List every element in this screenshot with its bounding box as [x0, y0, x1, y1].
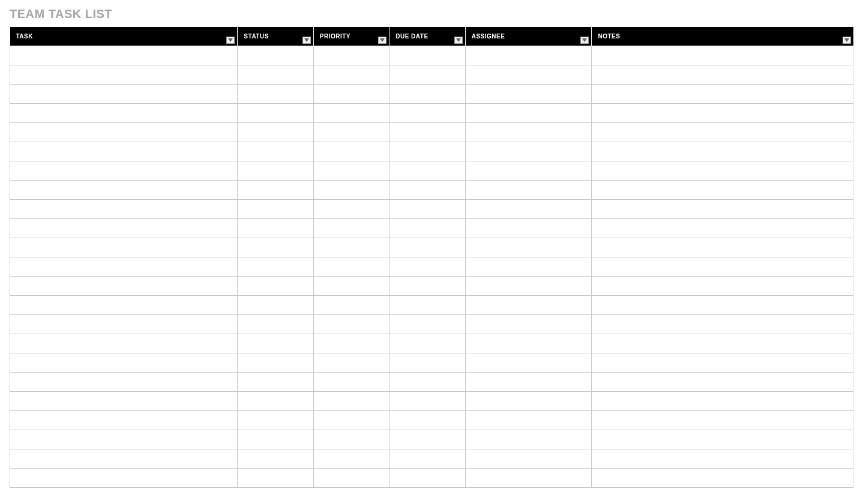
cell-duedate[interactable] — [389, 257, 465, 277]
cell-duedate[interactable] — [389, 104, 465, 123]
cell-status[interactable] — [238, 449, 313, 469]
cell-notes[interactable] — [592, 200, 853, 219]
cell-notes[interactable] — [592, 430, 853, 449]
cell-duedate[interactable] — [389, 469, 465, 488]
column-header-assignee[interactable]: ASSIGNEE — [465, 27, 592, 46]
cell-assignee[interactable] — [465, 257, 592, 277]
cell-priority[interactable] — [313, 277, 389, 296]
cell-duedate[interactable] — [389, 277, 465, 296]
cell-task[interactable] — [10, 65, 238, 85]
cell-assignee[interactable] — [465, 161, 592, 181]
cell-notes[interactable] — [592, 85, 853, 104]
cell-notes[interactable] — [592, 161, 853, 181]
cell-priority[interactable] — [313, 449, 389, 469]
cell-task[interactable] — [10, 277, 238, 296]
cell-assignee[interactable] — [465, 104, 592, 123]
filter-dropdown-icon[interactable] — [580, 37, 589, 44]
cell-notes[interactable] — [592, 296, 853, 315]
cell-priority[interactable] — [313, 469, 389, 488]
cell-duedate[interactable] — [389, 449, 465, 469]
cell-assignee[interactable] — [465, 238, 592, 257]
cell-assignee[interactable] — [465, 65, 592, 85]
cell-status[interactable] — [238, 315, 313, 334]
cell-assignee[interactable] — [465, 296, 592, 315]
cell-notes[interactable] — [592, 238, 853, 257]
cell-notes[interactable] — [592, 334, 853, 353]
cell-status[interactable] — [238, 334, 313, 353]
cell-duedate[interactable] — [389, 161, 465, 181]
cell-duedate[interactable] — [389, 200, 465, 219]
column-header-priority[interactable]: PRIORITY — [313, 27, 389, 46]
cell-status[interactable] — [238, 142, 313, 161]
cell-assignee[interactable] — [465, 449, 592, 469]
cell-status[interactable] — [238, 181, 313, 200]
cell-status[interactable] — [238, 161, 313, 181]
cell-priority[interactable] — [313, 315, 389, 334]
cell-status[interactable] — [238, 430, 313, 449]
cell-priority[interactable] — [313, 296, 389, 315]
cell-task[interactable] — [10, 123, 238, 142]
cell-priority[interactable] — [313, 430, 389, 449]
cell-assignee[interactable] — [465, 46, 592, 65]
cell-task[interactable] — [10, 104, 238, 123]
cell-duedate[interactable] — [389, 315, 465, 334]
cell-assignee[interactable] — [465, 219, 592, 238]
cell-notes[interactable] — [592, 353, 853, 373]
cell-priority[interactable] — [313, 219, 389, 238]
cell-priority[interactable] — [313, 373, 389, 392]
cell-duedate[interactable] — [389, 65, 465, 85]
cell-status[interactable] — [238, 373, 313, 392]
cell-priority[interactable] — [313, 65, 389, 85]
cell-duedate[interactable] — [389, 373, 465, 392]
cell-status[interactable] — [238, 469, 313, 488]
cell-assignee[interactable] — [465, 373, 592, 392]
cell-assignee[interactable] — [465, 85, 592, 104]
cell-priority[interactable] — [313, 123, 389, 142]
cell-priority[interactable] — [313, 142, 389, 161]
column-header-duedate[interactable]: DUE DATE — [389, 27, 465, 46]
cell-assignee[interactable] — [465, 353, 592, 373]
filter-dropdown-icon[interactable] — [226, 37, 235, 44]
cell-status[interactable] — [238, 411, 313, 430]
cell-assignee[interactable] — [465, 430, 592, 449]
cell-task[interactable] — [10, 353, 238, 373]
cell-status[interactable] — [238, 104, 313, 123]
cell-assignee[interactable] — [465, 334, 592, 353]
cell-assignee[interactable] — [465, 411, 592, 430]
cell-notes[interactable] — [592, 104, 853, 123]
cell-duedate[interactable] — [389, 46, 465, 65]
cell-status[interactable] — [238, 257, 313, 277]
cell-status[interactable] — [238, 65, 313, 85]
cell-task[interactable] — [10, 181, 238, 200]
cell-status[interactable] — [238, 123, 313, 142]
cell-task[interactable] — [10, 373, 238, 392]
cell-assignee[interactable] — [465, 392, 592, 411]
cell-priority[interactable] — [313, 181, 389, 200]
cell-task[interactable] — [10, 315, 238, 334]
cell-task[interactable] — [10, 469, 238, 488]
column-header-status[interactable]: STATUS — [238, 27, 313, 46]
cell-status[interactable] — [238, 353, 313, 373]
filter-dropdown-icon[interactable] — [302, 37, 311, 44]
filter-dropdown-icon[interactable] — [843, 37, 851, 44]
cell-notes[interactable] — [592, 46, 853, 65]
cell-assignee[interactable] — [465, 315, 592, 334]
cell-notes[interactable] — [592, 373, 853, 392]
cell-duedate[interactable] — [389, 296, 465, 315]
cell-notes[interactable] — [592, 315, 853, 334]
cell-task[interactable] — [10, 296, 238, 315]
cell-task[interactable] — [10, 334, 238, 353]
cell-assignee[interactable] — [465, 469, 592, 488]
cell-notes[interactable] — [592, 392, 853, 411]
cell-notes[interactable] — [592, 219, 853, 238]
cell-task[interactable] — [10, 238, 238, 257]
cell-duedate[interactable] — [389, 142, 465, 161]
cell-status[interactable] — [238, 296, 313, 315]
cell-task[interactable] — [10, 200, 238, 219]
cell-duedate[interactable] — [389, 123, 465, 142]
cell-priority[interactable] — [313, 46, 389, 65]
cell-duedate[interactable] — [389, 392, 465, 411]
cell-task[interactable] — [10, 46, 238, 65]
filter-dropdown-icon[interactable] — [378, 37, 386, 44]
cell-notes[interactable] — [592, 469, 853, 488]
